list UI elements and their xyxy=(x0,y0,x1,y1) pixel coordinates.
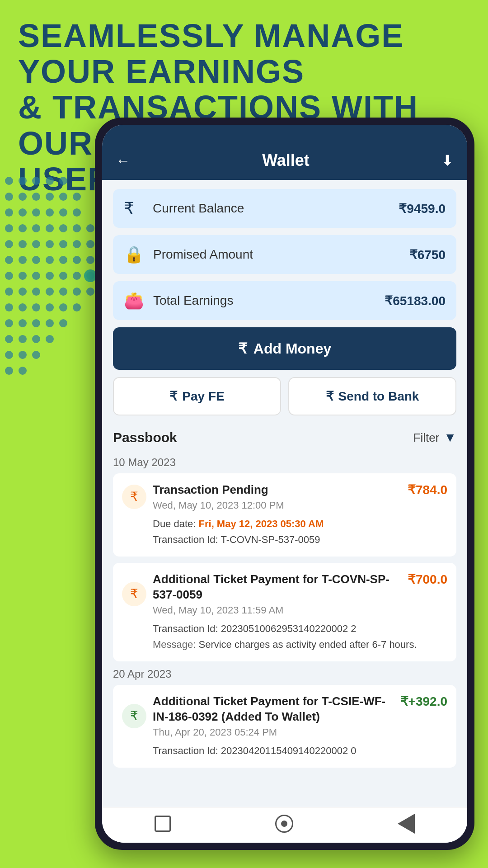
svg-point-14 xyxy=(46,208,54,217)
svg-point-38 xyxy=(86,256,94,264)
txn-id-value-2: 20230510062953140220002 2 xyxy=(221,623,357,634)
promised-amount-card: 🔒 Promised Amount ₹6750 xyxy=(113,235,456,274)
lock-icon: 🔒 xyxy=(124,245,144,264)
svg-point-16 xyxy=(73,208,81,217)
svg-point-19 xyxy=(32,224,40,232)
svg-point-61 xyxy=(5,319,13,327)
svg-point-12 xyxy=(19,208,27,217)
pay-fe-label: Pay FE xyxy=(182,389,224,404)
svg-point-3 xyxy=(46,177,54,185)
txn-top-row-3: ₹ Additional Ticket Payment for T-CSIE-W… xyxy=(122,694,447,738)
promised-amount-label: Promised Amount xyxy=(153,247,409,262)
txn-message-value: Service charges as activity ended after … xyxy=(199,639,417,650)
bottom-nav xyxy=(102,807,467,843)
txn-amount-additional-2: ₹+392.0 xyxy=(400,694,447,709)
txn-details-pending: Due date: Fri, May 12, 2023 05:30 AM Tra… xyxy=(122,516,447,547)
txn-date-additional-1: Wed, May 10, 2023 11:59 AM xyxy=(153,604,408,616)
transaction-card-additional-1[interactable]: ₹ Additional Ticket Payment for T-COVN-S… xyxy=(113,563,456,661)
pending-icon: ₹ xyxy=(130,489,138,504)
svg-point-63 xyxy=(32,319,40,327)
svg-point-4 xyxy=(59,177,67,185)
send-to-bank-button[interactable]: ₹ Send to Bank xyxy=(288,377,456,415)
svg-point-51 xyxy=(46,288,54,296)
download-button[interactable]: ⬇ xyxy=(441,152,454,169)
filter-button[interactable]: Filter ▼ xyxy=(413,430,457,445)
txn-message-row: Message: Service charges as activity end… xyxy=(153,637,447,652)
svg-point-72 xyxy=(32,351,40,359)
passbook-header: Passbook Filter ▼ xyxy=(113,426,456,449)
svg-point-54 xyxy=(86,288,94,296)
svg-point-48 xyxy=(5,288,13,296)
txn-id-label-3: Transaction Id: xyxy=(153,745,221,756)
svg-point-65 xyxy=(59,319,67,327)
phone-frame: ← Wallet ⬇ ₹ Current Balance ₹9459.0 🔒 P… xyxy=(95,118,474,850)
svg-point-34 xyxy=(32,256,40,264)
svg-point-52 xyxy=(59,288,67,296)
nav-back-icon[interactable] xyxy=(398,814,415,834)
svg-point-22 xyxy=(73,224,81,232)
svg-point-9 xyxy=(59,193,67,201)
txn-icon-additional-1: ₹ xyxy=(122,582,146,606)
svg-point-15 xyxy=(59,208,67,217)
svg-point-26 xyxy=(32,240,40,248)
svg-point-6 xyxy=(19,193,27,201)
svg-point-57 xyxy=(32,303,40,311)
svg-point-29 xyxy=(73,240,81,248)
pay-fe-button[interactable]: ₹ Pay FE xyxy=(113,377,281,415)
status-bar xyxy=(102,125,467,143)
svg-point-53 xyxy=(73,288,81,296)
total-earnings-card: 👛 Total Earnings ₹65183.00 xyxy=(113,281,456,320)
svg-point-0 xyxy=(5,177,13,185)
total-earnings-value: ₹65183.00 xyxy=(385,293,446,308)
svg-point-58 xyxy=(46,303,54,311)
due-date-value: Fri, May 12, 2023 05:30 AM xyxy=(199,518,324,529)
txn-details-additional-1: Transaction Id: 20230510062953140220002 … xyxy=(122,621,447,652)
date-separator-apr: 20 Apr 2023 xyxy=(113,668,456,680)
txn-amount-pending: ₹784.0 xyxy=(408,482,447,497)
txn-id-label-1: Transaction Id: xyxy=(153,534,221,545)
filter-label: Filter xyxy=(413,431,440,445)
svg-point-49 xyxy=(19,288,27,296)
svg-point-35 xyxy=(46,256,54,264)
svg-point-25 xyxy=(19,240,27,248)
svg-point-17 xyxy=(5,224,13,232)
transaction-card-additional-2[interactable]: ₹ Additional Ticket Payment for T-CSIE-W… xyxy=(113,685,456,768)
svg-point-70 xyxy=(5,351,13,359)
svg-point-10 xyxy=(73,193,81,201)
add-money-button[interactable]: ₹ Add Money xyxy=(113,327,456,370)
nav-square-icon[interactable] xyxy=(155,816,171,832)
back-button[interactable]: ← xyxy=(116,152,130,169)
svg-point-66 xyxy=(5,335,13,343)
txn-title-pending: Transaction Pending xyxy=(153,482,408,498)
send-to-bank-rupee-icon: ₹ xyxy=(326,389,334,404)
current-balance-card: ₹ Current Balance ₹9459.0 xyxy=(113,189,456,228)
nav-circle-icon[interactable] xyxy=(275,815,293,833)
txn-top-row-2: ₹ Additional Ticket Payment for T-COVN-S… xyxy=(122,572,447,616)
phone-screen: ← Wallet ⬇ ₹ Current Balance ₹9459.0 🔒 P… xyxy=(102,125,467,843)
header-title: Wallet xyxy=(262,151,310,170)
svg-point-73 xyxy=(5,367,13,375)
transaction-card-pending[interactable]: ₹ Transaction Pending Wed, May 10, 2023 … xyxy=(113,473,456,557)
txn-icon-additional-2: ₹ xyxy=(122,704,146,728)
txn-info-additional-2: Additional Ticket Payment for T-CSIE-WF-… xyxy=(153,694,400,738)
passbook-title: Passbook xyxy=(113,430,177,445)
date-separator-may: 10 May 2023 xyxy=(113,456,456,469)
svg-point-24 xyxy=(5,240,13,248)
svg-point-45 xyxy=(73,272,81,280)
svg-point-18 xyxy=(19,224,27,232)
svg-point-40 xyxy=(5,272,13,280)
current-balance-value: ₹9459.0 xyxy=(399,201,446,216)
additional-icon-1: ₹ xyxy=(130,586,138,601)
svg-point-43 xyxy=(46,272,54,280)
txn-title-additional-2: Additional Ticket Payment for T-CSIE-WF-… xyxy=(153,694,400,725)
svg-point-42 xyxy=(32,272,40,280)
pay-fe-rupee-icon: ₹ xyxy=(169,389,178,404)
svg-point-21 xyxy=(59,224,67,232)
txn-info-pending: Transaction Pending Wed, May 10, 2023 12… xyxy=(153,482,408,511)
txn-date-pending: Wed, May 10, 2023 12:00 PM xyxy=(153,500,408,511)
due-date-label: Due date: xyxy=(153,518,199,529)
filter-icon: ▼ xyxy=(444,430,456,445)
txn-icon-pending: ₹ xyxy=(122,485,146,509)
svg-point-27 xyxy=(46,240,54,248)
svg-point-59 xyxy=(59,303,67,311)
